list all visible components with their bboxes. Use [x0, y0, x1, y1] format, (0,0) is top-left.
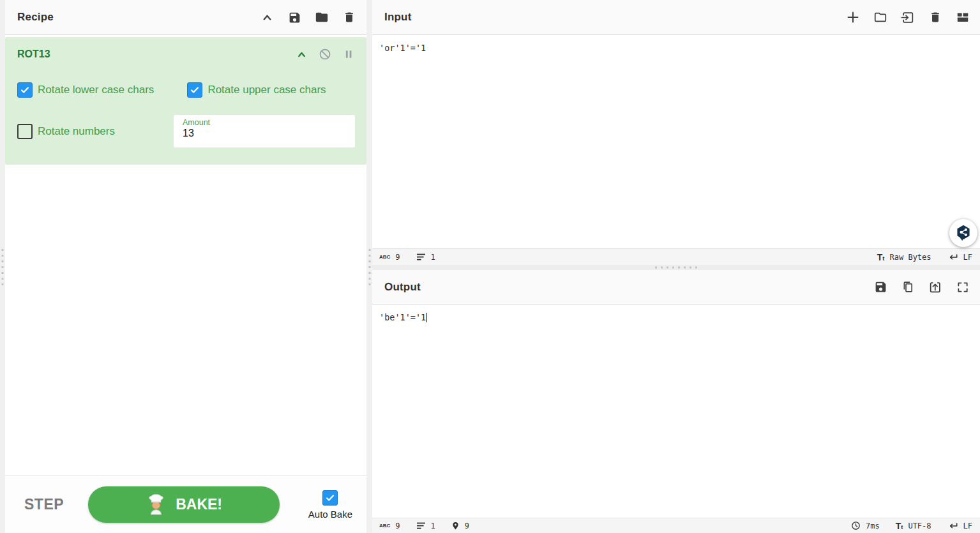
open-file-as-input-icon[interactable] [901, 10, 915, 24]
input-pane: Input [372, 0, 980, 265]
output-text[interactable]: 'be'1'='1 [379, 312, 427, 323]
clear-recipe-trash-icon[interactable] [342, 10, 356, 24]
save-output-icon[interactable] [873, 280, 887, 294]
arg-rotate-lower[interactable]: Rotate lower case chars [17, 82, 154, 98]
collapse-operation-icon[interactable] [295, 48, 308, 61]
output-textarea[interactable]: 'be'1'='1 [372, 304, 980, 518]
bake-button-label: BAKE! [176, 496, 222, 513]
step-button[interactable]: STEP [24, 496, 64, 513]
amount-input[interactable] [183, 127, 342, 139]
output-status-left: ABC 9 1 9 [379, 521, 469, 530]
bake-time: 7ms [851, 521, 880, 530]
input-status-right: Tt Raw Bytes LF [877, 252, 972, 262]
recipe-pane: Recipe ROT13 [5, 0, 366, 533]
eol-return-icon [947, 253, 958, 262]
operation-header: ROT13 [17, 48, 355, 61]
output-encoding-selector[interactable]: Tt UTF-8 [896, 521, 931, 531]
load-recipe-folder-icon[interactable] [315, 10, 329, 24]
disable-operation-icon[interactable] [319, 48, 331, 61]
bake-button[interactable]: BAKE! [88, 486, 280, 523]
clock-icon [851, 521, 861, 530]
text-caret [426, 313, 427, 322]
save-recipe-icon[interactable] [287, 10, 301, 24]
hexagon-share-icon [954, 224, 972, 242]
auto-bake-checkbox[interactable] [322, 490, 338, 506]
io-splitter[interactable] [372, 265, 980, 270]
encoding-icon: Tt [896, 521, 903, 531]
splitter-grip-dots[interactable] [2, 249, 4, 289]
input-textarea[interactable]: 'or'1'='1 [372, 35, 980, 248]
cursor-position-value: 9 [465, 522, 469, 530]
char-count-icon: ABC [379, 254, 390, 260]
recipe-header-icons [260, 10, 356, 24]
output-eol-value[interactable]: LF [963, 522, 972, 530]
operation-title: ROT13 [17, 49, 50, 60]
chef-icon [146, 494, 167, 515]
reset-layout-icon[interactable] [956, 10, 970, 24]
arg-rotate-numbers[interactable]: Rotate numbers [17, 124, 115, 139]
recipe-drop-area[interactable] [5, 165, 366, 476]
operation-args-row1: Rotate lower case chars Rotate upper cas… [17, 82, 355, 98]
operations-splitter[interactable] [0, 0, 5, 533]
output-status-right: 7ms Tt UTF-8 LF [851, 521, 972, 531]
io-column: Input [372, 0, 980, 533]
output-statusbar: ABC 9 1 9 [372, 518, 980, 533]
input-line-count: 1 [416, 253, 435, 262]
splitter-grip-dots[interactable] [655, 267, 697, 269]
input-encoding-selector[interactable]: Tt Raw Bytes [877, 252, 931, 262]
operation-args-row2: Rotate numbers Amount [17, 115, 355, 147]
arg-rotate-upper[interactable]: Rotate upper case chars [187, 82, 326, 98]
input-text[interactable]: 'or'1'='1 [379, 42, 426, 54]
output-header: Output [372, 270, 980, 304]
amount-field[interactable]: Amount [174, 115, 355, 147]
char-count-value: 9 [395, 253, 400, 262]
amount-label: Amount [183, 118, 355, 127]
arg-label[interactable]: Rotate lower case chars [38, 84, 154, 96]
auto-bake-toggle[interactable]: Auto Bake [308, 490, 352, 520]
feedback-widget-button[interactable] [949, 219, 977, 247]
replace-input-with-output-icon[interactable] [928, 280, 942, 294]
input-status-left: ABC 9 1 [379, 253, 435, 262]
arg-label[interactable]: Rotate upper case chars [207, 84, 326, 96]
input-char-count: ABC 9 [379, 253, 400, 262]
output-encoding-value[interactable]: UTF-8 [908, 522, 931, 530]
char-count-value: 9 [395, 522, 400, 530]
output-eol-selector[interactable]: LF [947, 522, 972, 530]
recipe-header: Recipe [5, 0, 366, 35]
input-header-icons [846, 10, 970, 24]
collapse-recipe-icon[interactable] [260, 10, 274, 24]
checkbox-rotate-lower[interactable] [17, 82, 33, 98]
output-cursor-position: 9 [451, 521, 469, 530]
operation-rot13[interactable]: ROT13 Ro [5, 37, 366, 165]
splitter-grip-dots[interactable] [368, 249, 370, 289]
recipe-io-splitter[interactable] [366, 0, 372, 533]
arg-label[interactable]: Rotate numbers [38, 125, 115, 138]
open-folder-icon[interactable] [873, 10, 887, 24]
output-title: Output [384, 281, 421, 294]
maximize-output-icon[interactable] [956, 280, 970, 294]
eol-return-icon [947, 522, 958, 530]
input-eol-value[interactable]: LF [963, 253, 972, 262]
input-title: Input [384, 11, 412, 24]
recipe-controls: STEP BAKE! Auto Bake [5, 476, 366, 533]
add-input-tab-icon[interactable] [846, 10, 860, 24]
location-pin-icon [451, 521, 460, 530]
line-count-value: 1 [431, 253, 435, 262]
output-line-count: 1 [416, 522, 435, 530]
checkbox-rotate-upper[interactable] [187, 82, 202, 98]
line-count-icon [416, 253, 426, 261]
input-encoding-value[interactable]: Raw Bytes [890, 253, 931, 262]
recipe-title: Recipe [17, 11, 54, 24]
encoding-icon: Tt [877, 252, 885, 262]
input-header: Input [372, 0, 980, 35]
char-count-icon: ABC [379, 523, 390, 529]
output-pane: Output [372, 270, 980, 533]
breakpoint-pause-icon[interactable] [342, 48, 355, 61]
bake-time-value: 7ms [866, 522, 880, 530]
auto-bake-label: Auto Bake [308, 509, 352, 520]
output-header-icons [873, 280, 970, 294]
checkbox-rotate-numbers[interactable] [17, 124, 33, 139]
clear-io-trash-icon[interactable] [928, 10, 942, 24]
input-eol-selector[interactable]: LF [947, 253, 972, 262]
copy-output-icon[interactable] [901, 280, 915, 294]
